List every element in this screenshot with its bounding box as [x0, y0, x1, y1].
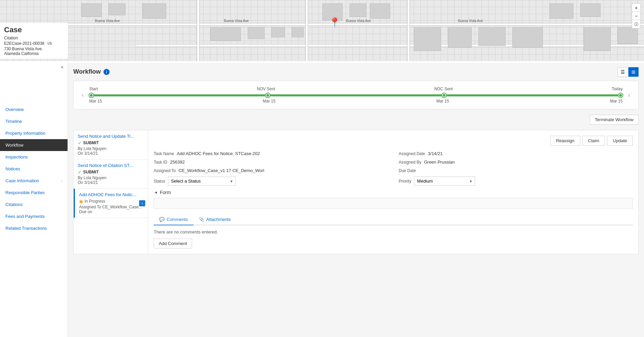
main-content: ☰ ⊞ Workflow i ‹ Start NOV Sent NOC Sent…	[68, 63, 644, 337]
terminate-workflow-button[interactable]: Terminate Workflow	[590, 115, 639, 125]
priority-select[interactable]: Medium High Low	[414, 176, 475, 186]
task-2-on: On 3/14/21	[78, 180, 144, 185]
sidebar-item-property-information[interactable]: Property Information	[0, 127, 68, 139]
sidebar-item-fees-payments[interactable]: Fees and Payments	[0, 210, 68, 222]
assigned-date-row: Assigned Date 3/14/21	[399, 151, 633, 156]
task-1-title: Send Notice and Update Tr...	[78, 134, 144, 139]
attachments-icon: 📎	[199, 217, 204, 222]
add-comment-button[interactable]: Add Comment	[154, 239, 192, 248]
assigned-date-label: Assigned Date	[399, 151, 425, 156]
timeline-prev-button[interactable]: ‹	[79, 92, 87, 99]
address-line2: Alameda California	[4, 51, 64, 56]
timeline-dates: Mar 15 Mar 15 Mar 15 Mar 15	[89, 99, 623, 104]
sidebar-item-workflow[interactable]: Workflow	[0, 139, 68, 151]
timeline-date-noc: Mar 15	[436, 99, 449, 104]
list-icon: ☰	[621, 69, 625, 75]
sidebar-collapse-button[interactable]: «	[59, 63, 65, 71]
assigned-to-value: CE_Workflow_Case_v1 17 CE_Demo_Worl	[178, 168, 264, 173]
sidebar-item-case-information[interactable]: Case Information ›	[0, 175, 68, 187]
map-zoom-out-button[interactable]: −	[632, 12, 640, 20]
timeline-dot-start	[89, 93, 93, 97]
task-3-title: Add ADHOC Fees for Notic...	[79, 192, 144, 197]
chevron-right-icon: ›	[61, 179, 62, 183]
grid-view-button[interactable]: ⊞	[628, 67, 639, 77]
sidebar-item-citations[interactable]: Citations	[0, 199, 68, 210]
timeline-segment-1	[93, 94, 266, 96]
no-comments-text: There are no comments entered.	[154, 229, 633, 235]
update-button[interactable]: Update	[607, 136, 633, 146]
form-section: ◄ Form	[154, 190, 633, 209]
timeline-dot-today	[619, 93, 623, 97]
citation-label: Citation	[4, 36, 64, 40]
map-label-buena-vista2: Buena Vista Ave	[224, 19, 249, 23]
due-date-row: Due Date	[399, 168, 633, 173]
timeline-stage-nov: NOV Sent	[257, 87, 275, 91]
timeline-segment-2	[270, 94, 442, 96]
task-id-row: Task ID 256392	[154, 160, 388, 165]
form-toggle-icon[interactable]: ◄	[154, 190, 158, 195]
status-label: Status	[154, 179, 165, 184]
task-item-3[interactable]: Add ADHOC Fees for Notic... ◉ In Progres…	[74, 189, 148, 218]
comments-icon: 💬	[159, 217, 165, 222]
claim-button[interactable]: Claim	[582, 136, 605, 146]
map-controls: + − ⓘ	[632, 3, 641, 29]
map-label-buena-vista4: Buena Vista Ave	[458, 19, 483, 23]
tab-comments[interactable]: 💬 Comments	[154, 214, 193, 225]
assigned-to-label: Assigned To	[154, 168, 176, 173]
terminate-row: Terminate Workflow	[73, 115, 639, 127]
task-3-status-row: ◉ In Progress	[79, 199, 144, 204]
sidebar-item-timeline[interactable]: Timeline	[0, 115, 68, 127]
sidebar-item-notices[interactable]: Notices	[0, 163, 68, 175]
form-field-empty	[154, 198, 633, 209]
sidebar-item-related-transactions[interactable]: Related Transactions	[0, 222, 68, 234]
sidebar-item-overview[interactable]: Overview	[0, 104, 68, 115]
task-2-status-label: SUBMIT	[83, 170, 99, 174]
task-3-status-icon: ◉	[79, 199, 83, 204]
detail-fields: Task Name Add ADHOC Fees for Notice: STC…	[154, 151, 633, 186]
address-line1: 730 Buena Vista Ave.	[4, 46, 64, 51]
map-pin: 📍	[329, 17, 341, 28]
task-item-2[interactable]: Send Notice of Citation ST... ✓ SUBMIT B…	[74, 160, 148, 189]
task-list: Send Notice and Update Tr... ✓ SUBMIT By…	[74, 130, 148, 254]
action-buttons: Reassign Claim Update	[154, 136, 633, 146]
timeline-bar	[89, 94, 623, 97]
status-select[interactable]: Select a Status	[168, 176, 236, 186]
workflow-title: Workflow	[73, 68, 101, 75]
reassign-button[interactable]: Reassign	[550, 136, 580, 146]
timeline-track: Start NOV Sent NOC Sent Today Mar 15 Mar…	[87, 87, 625, 104]
task-2-title: Send Notice of Citation ST...	[78, 163, 144, 168]
sidebar: Case Citation E2ECase-2021-00038 VB 730 …	[0, 63, 68, 337]
timeline-dot-nov	[266, 93, 270, 97]
timeline-dot-noc	[442, 93, 446, 97]
task-item-1[interactable]: Send Notice and Update Tr... ✓ SUBMIT By…	[74, 130, 148, 160]
timeline-stage-start: Start	[89, 87, 98, 91]
assigned-date-value: 3/14/21	[428, 151, 442, 156]
map-info-button[interactable]: ⓘ	[632, 20, 640, 28]
view-toggle: ☰ ⊞	[618, 67, 639, 77]
due-date-label: Due Date	[399, 168, 416, 173]
map-zoom-in-button[interactable]: +	[632, 4, 640, 12]
map-label-buena-vista3: Buena Vista Ave	[346, 19, 371, 23]
assigned-by-label: Assigned By	[399, 160, 421, 165]
map-label-buena-vista: Buena Vista Ave	[95, 19, 120, 23]
sidebar-item-responsible-parties[interactable]: Responsible Parties	[0, 187, 68, 199]
assigned-by-value: Green Prussian	[424, 160, 455, 165]
list-view-button[interactable]: ☰	[618, 67, 628, 77]
priority-row: Priority Medium High Low	[399, 176, 633, 186]
task-id-value: 256392	[170, 160, 185, 165]
task-detail: Reassign Claim Update Task Name Add ADHO…	[148, 130, 638, 254]
task-name-value: Add ADHOC Fees for Notice: STCase-202	[177, 151, 260, 156]
sidebar-item-inspections[interactable]: Inspections	[0, 151, 68, 163]
timeline-stage-today: Today	[612, 87, 623, 91]
timeline-date-start: Mar 15	[89, 99, 102, 104]
workflow-info-icon[interactable]: i	[103, 69, 110, 75]
tab-attachments[interactable]: 📎 Attachments	[193, 214, 236, 225]
task-3-arrow-icon: ›	[139, 200, 145, 206]
timeline-next-button[interactable]: ›	[625, 92, 633, 99]
status-select-wrapper: Select a Status	[168, 176, 236, 186]
form-section-header: ◄ Form	[154, 190, 633, 195]
task-name-row: Task Name Add ADHOC Fees for Notice: STC…	[154, 151, 388, 156]
vb-badge: VB	[47, 41, 52, 45]
timeline-segment-3	[446, 94, 619, 96]
status-row: Status Select a Status	[154, 176, 388, 186]
